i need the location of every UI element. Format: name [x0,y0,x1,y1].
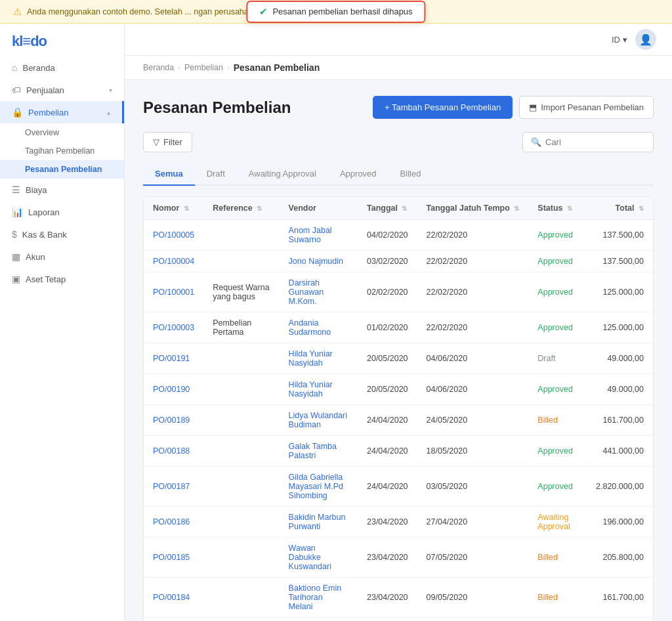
vendor-link[interactable]: Anom Jabal Suwarno [289,226,332,244]
tab-approved[interactable]: Approved [328,163,388,186]
chart-icon: 📊 [12,207,23,217]
table-row: PO/00184 Baktiono Emin Tarihoran Melani … [144,578,653,618]
toast-text: Pesanan pembelian berhasil dihapus [272,7,412,16]
cell-status: Approved [528,251,587,272]
vendor-link[interactable]: Wawan Dabukke Kuswandari [289,544,331,571]
col-vendor[interactable]: Vendor [280,197,358,220]
sidebar-item-overview[interactable]: Overview [0,123,124,142]
sidebar-item-biaya[interactable]: ☰ Biaya [0,179,124,201]
breadcrumb-home[interactable]: Beranda [143,63,174,72]
vendor-link[interactable]: Gilda Gabriella Mayasari M.Pd Sihombing [289,473,343,500]
col-status[interactable]: Status ⇅ [528,197,587,220]
sidebar-label-laporan: Laporan [28,207,60,217]
language-selector[interactable]: ID ▾ [612,35,627,45]
vendor-link[interactable]: Andania Sudarmono [289,318,331,337]
sidebar-item-tagihan[interactable]: Tagihan Pembelian [0,142,124,160]
table-row: PO/00190 Hilda Yuniar Nasyidah 20/05/202… [144,374,653,405]
po-link[interactable]: PO/00191 [153,354,190,363]
sidebar-item-beranda[interactable]: ⌂ Beranda [0,56,124,79]
po-link[interactable]: PO/100005 [153,230,194,240]
header-bar: ID ▾ 👤 [125,24,672,56]
po-link[interactable]: PO/100003 [153,323,194,332]
vendor-link[interactable]: Hilda Yuniar Nasyidah [289,349,333,368]
cell-due: 03/05/2020 [417,467,529,507]
vendor-link[interactable]: Lidya Wulandari Budiman [289,411,347,429]
po-link[interactable]: PO/00187 [153,482,190,491]
sort-icon-due: ⇅ [514,205,519,212]
import-purchase-order-button[interactable]: ⬒ Import Pesanan Pembelian [519,96,654,119]
vendor-link[interactable]: Hilda Yuniar Nasyidah [289,380,333,398]
cell-total: 441.000,00 [587,618,653,622]
sidebar-label-pembelian: Pembelian [28,108,68,118]
sidebar-item-pesanan[interactable]: Pesanan Pembelian [0,160,124,179]
table-row: PO/100005 Anom Jabal Suwarno 04/02/2020 … [144,220,653,251]
table-row: PO/00188 Galak Tamba Palastri 24/04/2020… [144,436,653,467]
status-badge: Billed [537,593,558,602]
breadcrumb-parent[interactable]: Pembelian [184,63,223,72]
cell-due: 22/02/2020 [417,251,529,272]
vendor-link[interactable]: Bakidin Marbun Purwanti [289,513,346,531]
cell-tanggal: 22/04/2020 [358,618,417,622]
cell-tanggal: 02/02/2020 [358,272,417,312]
po-link[interactable]: PO/00190 [153,385,190,394]
vendor-link[interactable]: Baktiono Emin Tarihoran Melani [289,584,342,611]
sidebar-item-akun[interactable]: ▦ Akun [0,246,124,268]
po-link[interactable]: PO/100004 [153,257,194,266]
cell-due: 22/02/2020 [417,220,529,251]
sidebar: kl≡do ⌂ Beranda 🏷 Penjualan ▾ 🔒 Pembelia [0,24,125,621]
cell-nomor: PO/100001 [144,272,203,312]
po-link[interactable]: PO/00188 [153,446,190,456]
table-row: PO/100004 Jono Najmudin 03/02/2020 22/02… [144,251,653,272]
col-reference[interactable]: Reference ⇅ [203,197,279,220]
sort-icon-tanggal: ⇅ [402,205,407,212]
cell-nomor: PO/00185 [144,538,203,578]
page-title: Pesanan Pembelian [143,98,291,117]
sidebar-item-laporan[interactable]: 📊 Laporan [0,201,124,223]
breadcrumb-current: Pesanan Pembelian [234,62,320,73]
sidebar-item-pembelian[interactable]: 🔒 Pembelian ▴ [0,101,124,123]
import-icon: ⬒ [529,102,537,112]
cell-reference [203,618,279,622]
vendor-link[interactable]: Galak Tamba Palastri [289,442,337,460]
po-link[interactable]: PO/00184 [153,593,190,602]
tab-draft[interactable]: Draft [195,163,237,186]
tab-billed[interactable]: Billed [388,163,433,186]
logo-text: kl≡do [12,33,47,50]
cell-total: 161.700,00 [587,405,653,436]
col-total[interactable]: Total ⇅ [587,197,653,220]
cell-due: 04/06/2020 [417,343,529,374]
cell-tanggal: 04/02/2020 [358,220,417,251]
cell-due: 27/04/2020 [417,507,529,538]
cell-tanggal: 23/04/2020 [358,507,417,538]
tab-semua[interactable]: Semua [143,163,195,186]
cell-total: 49.000,00 [587,374,653,405]
user-avatar[interactable]: 👤 [635,29,656,50]
sidebar-nav: ⌂ Beranda 🏷 Penjualan ▾ 🔒 Pembelian ▴ Ov… [0,56,124,621]
col-due[interactable]: Tanggal Jatuh Tempo ⇅ [417,197,529,220]
cell-status: Approved [528,220,587,251]
sidebar-item-penjualan[interactable]: 🏷 Penjualan ▾ [0,79,124,101]
cell-reference [203,507,279,538]
sort-icon-nomor: ⇅ [184,205,189,212]
sidebar-item-aset-tetap[interactable]: ▣ Aset Tetap [0,268,124,290]
po-link[interactable]: PO/00186 [153,517,190,526]
cell-vendor: Andania Sudarmono [280,312,358,343]
po-link[interactable]: PO/00185 [153,553,190,562]
po-link[interactable]: PO/00189 [153,416,190,425]
search-input[interactable] [545,137,645,147]
grid-icon: ▦ [12,251,20,262]
filter-button[interactable]: ▽ Filter [143,132,192,152]
vendor-link[interactable]: Jono Najmudin [289,257,343,266]
col-nomor[interactable]: Nomor ⇅ [144,197,203,220]
cell-tanggal: 24/04/2020 [358,405,417,436]
po-link[interactable]: PO/100001 [153,288,194,297]
vendor-link[interactable]: Darsirah Gunawan M.Kom. [289,278,324,306]
sidebar-item-kas-bank[interactable]: $ Kas & Bank [0,223,124,246]
add-purchase-order-button[interactable]: + Tambah Pesanan Pembelian [373,96,513,119]
tab-awaiting[interactable]: Awaiting Approval [237,163,328,186]
col-tanggal[interactable]: Tanggal ⇅ [358,197,417,220]
cell-reference [203,405,279,436]
cell-tanggal: 24/04/2020 [358,436,417,467]
status-badge: Approved [537,257,573,266]
search-box: 🔍 [522,132,654,152]
